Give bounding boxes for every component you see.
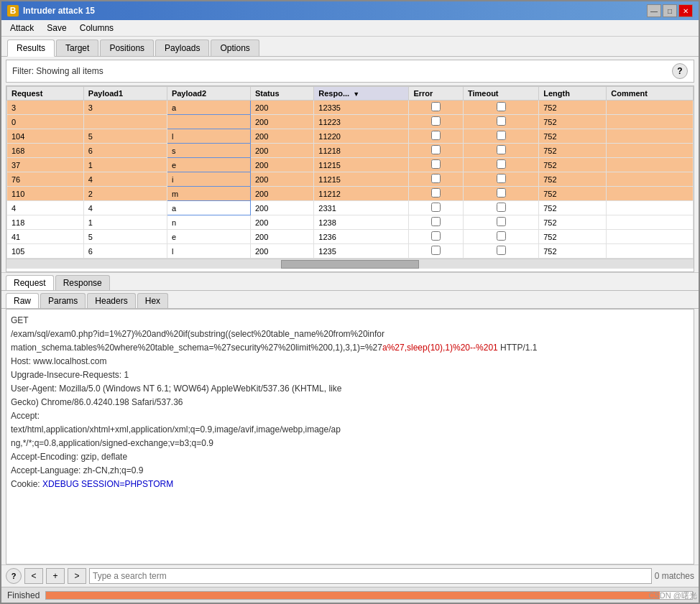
timeout-checkbox[interactable] (497, 217, 506, 226)
table-row[interactable]: 110 2 m 200 11212 752 (7, 187, 694, 201)
app-icon: B (7, 5, 19, 17)
menu-save[interactable]: Save (41, 22, 72, 34)
cell-timeout (463, 201, 538, 215)
timeout-checkbox[interactable] (497, 116, 506, 126)
tab-target[interactable]: Target (56, 40, 98, 56)
menu-columns[interactable]: Columns (74, 22, 119, 34)
error-checkbox[interactable] (431, 188, 441, 198)
window-title: Intruder attack 15 (23, 6, 95, 16)
cell-response: 1238 (314, 215, 409, 230)
cell-error (409, 215, 464, 230)
sort-arrow: ▼ (353, 90, 359, 98)
tab-options[interactable]: Options (211, 40, 259, 56)
col-header-status[interactable]: Status (251, 87, 314, 101)
window-controls: — □ ✕ (647, 4, 693, 17)
cell-payload2: m (167, 187, 250, 201)
error-checkbox[interactable] (431, 246, 441, 255)
cell-payload1: 1 (83, 215, 167, 230)
timeout-checkbox[interactable] (497, 203, 506, 212)
col-header-timeout[interactable]: Timeout (463, 87, 538, 101)
error-checkbox[interactable] (431, 203, 441, 212)
col-header-payload2[interactable]: Payload2 (167, 87, 250, 101)
timeout-checkbox[interactable] (497, 174, 506, 183)
search-prev-button[interactable]: < (24, 568, 43, 584)
cell-error (409, 244, 464, 259)
cell-error (409, 201, 464, 215)
cell-comment (607, 172, 694, 187)
tab-request[interactable]: Request (6, 275, 54, 290)
timeout-checkbox[interactable] (497, 102, 506, 111)
request-content[interactable]: GET /exam/sql/exam0.php?id=1%27)%20and%2… (6, 309, 694, 564)
filter-bar: Filter: Showing all items ? (6, 60, 694, 83)
error-checkbox[interactable] (431, 102, 441, 111)
error-checkbox[interactable] (431, 145, 441, 154)
cell-request: 3 (7, 101, 84, 115)
cell-status: 200 (251, 115, 314, 129)
close-button[interactable]: ✕ (678, 4, 693, 17)
error-checkbox[interactable] (431, 131, 441, 140)
sub-tab-headers[interactable]: Headers (87, 293, 135, 308)
tab-results[interactable]: Results (7, 40, 55, 57)
search-add-button[interactable]: + (46, 568, 65, 584)
search-help-button[interactable]: ? (6, 568, 22, 584)
sub-tab-hex[interactable]: Hex (137, 293, 168, 308)
sub-tab-raw[interactable]: Raw (6, 293, 39, 308)
menu-attack[interactable]: Attack (4, 22, 40, 34)
search-input[interactable] (89, 568, 652, 584)
timeout-checkbox[interactable] (497, 145, 506, 154)
cell-request: 118 (7, 215, 84, 230)
horizontal-scrollbar[interactable] (6, 259, 694, 269)
sub-tab-params[interactable]: Params (40, 293, 86, 308)
table-row[interactable]: 3 3 a 200 12335 752 (7, 101, 694, 115)
table-row[interactable]: 0 200 11223 752 (7, 115, 694, 129)
maximize-button[interactable]: □ (663, 4, 677, 17)
cell-comment (607, 215, 694, 230)
table-row[interactable]: 41 5 e 200 1236 752 (7, 230, 694, 244)
scrollbar-thumb[interactable] (281, 260, 418, 269)
table-row[interactable]: 168 6 s 200 11218 752 (7, 144, 694, 158)
minimize-button[interactable]: — (647, 4, 661, 17)
cell-timeout (463, 187, 538, 201)
tab-payloads[interactable]: Payloads (155, 40, 209, 56)
filter-help-button[interactable]: ? (672, 63, 688, 79)
timeout-checkbox[interactable] (497, 131, 506, 140)
table-row[interactable]: 118 1 n 200 1238 752 (7, 215, 694, 230)
cell-request: 104 (7, 129, 84, 144)
col-header-comment[interactable]: Comment (607, 87, 694, 101)
cell-response: 11220 (314, 129, 409, 144)
error-checkbox[interactable] (431, 217, 441, 226)
search-next-button[interactable]: > (68, 568, 86, 584)
cell-request: 76 (7, 172, 84, 187)
table-row[interactable]: 76 4 i 200 11215 752 (7, 172, 694, 187)
timeout-checkbox[interactable] (497, 159, 506, 169)
cell-timeout (463, 215, 538, 230)
cell-comment (607, 201, 694, 215)
error-checkbox[interactable] (431, 116, 441, 126)
col-header-response[interactable]: Respo... ▼ (314, 87, 409, 101)
table-row[interactable]: 4 4 a 200 2331 752 (7, 201, 694, 215)
cell-request: 168 (7, 144, 84, 158)
timeout-checkbox[interactable] (497, 188, 506, 198)
lower-section: Request Response Raw Params Headers Hex … (1, 272, 699, 587)
cell-response: 11212 (314, 187, 409, 201)
col-header-request[interactable]: Request (7, 87, 84, 101)
cell-payload1: 4 (83, 201, 167, 215)
col-header-error[interactable]: Error (409, 87, 464, 101)
cell-payload2: i (167, 172, 250, 187)
col-header-payload1[interactable]: Payload1 (83, 87, 167, 101)
results-table-container[interactable]: Request Payload1 Payload2 Status Respo..… (6, 85, 694, 272)
error-checkbox[interactable] (431, 174, 441, 183)
table-row[interactable]: 105 6 l 200 1235 752 (7, 244, 694, 259)
cell-comment (607, 158, 694, 172)
cell-status: 200 (251, 158, 314, 172)
error-checkbox[interactable] (431, 231, 441, 241)
error-checkbox[interactable] (431, 159, 441, 169)
status-text: Finished (7, 590, 40, 600)
table-row[interactable]: 37 1 e 200 11215 752 (7, 158, 694, 172)
timeout-checkbox[interactable] (497, 246, 506, 255)
col-header-length[interactable]: Length (539, 87, 607, 101)
timeout-checkbox[interactable] (497, 231, 506, 241)
tab-positions[interactable]: Positions (100, 40, 154, 56)
tab-response[interactable]: Response (55, 275, 110, 290)
table-row[interactable]: 104 5 l 200 11220 752 (7, 129, 694, 144)
